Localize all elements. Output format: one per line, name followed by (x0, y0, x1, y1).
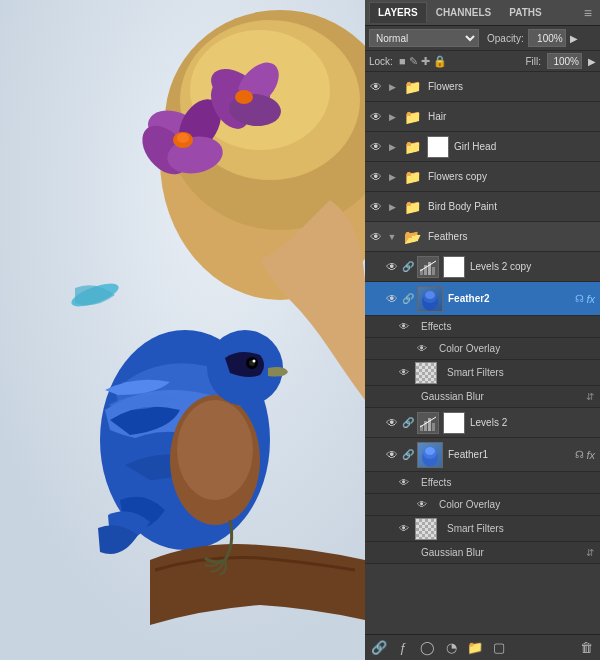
layer-row-feather2[interactable]: 👁 🔗 Feather2 ☊ fx (365, 282, 600, 316)
visibility-icon-feather1[interactable]: 👁 (383, 448, 401, 462)
thumb-levels2 (417, 412, 439, 434)
layer-row-effects-header1: 👁 Effects (365, 316, 600, 338)
gaussian-blur-icon1: ⇵ (586, 391, 594, 402)
link-badge-feather1: ☊ (575, 449, 584, 460)
layer-row-smart-filters2[interactable]: 👁 Smart Filters (365, 516, 600, 542)
layer-name-girl-head: Girl Head (454, 141, 598, 152)
visibility-icon-smart-filters2[interactable]: 👁 (395, 523, 413, 534)
svg-rect-29 (432, 267, 435, 275)
visibility-icon-flowers[interactable]: 👁 (367, 80, 385, 94)
visibility-icon-color-overlay1[interactable]: 👁 (413, 343, 431, 354)
layer-row-flowers[interactable]: 👁 ▶ 📁 Flowers (365, 72, 600, 102)
gaussian-blur-icon2: ⇵ (586, 547, 594, 558)
layer-row-hair[interactable]: 👁 ▶ 📁 Hair (365, 102, 600, 132)
layers-toolbar: 🔗 ƒ ◯ ◔ 📁 ▢ 🗑 (365, 634, 600, 660)
mask-thumb-levels2copy (443, 256, 465, 278)
visibility-icon-color-overlay2[interactable]: 👁 (413, 499, 431, 510)
add-style-button[interactable]: ƒ (393, 640, 413, 655)
folder-icon-feathers: 📂 (404, 229, 421, 245)
visibility-icon-smart-filters1[interactable]: 👁 (395, 367, 413, 378)
visibility-icon-effects1[interactable]: 👁 (395, 321, 413, 332)
new-adjustment-button[interactable]: ◔ (441, 640, 461, 655)
opacity-label: Opacity: (487, 33, 524, 44)
svg-point-41 (425, 447, 435, 455)
color-overlay-label2: Color Overlay (431, 499, 500, 510)
visibility-icon-bird-body-paint[interactable]: 👁 (367, 200, 385, 214)
visibility-icon-girl-head[interactable]: 👁 (367, 140, 385, 154)
tab-paths[interactable]: PATHS (500, 2, 550, 23)
visibility-icon-feather2[interactable]: 👁 (383, 292, 401, 306)
lock-move-icon[interactable]: ✚ (421, 55, 430, 68)
new-group-button[interactable]: 📁 (465, 640, 485, 655)
layer-row-girl-head[interactable]: 👁 ▶ 📁 Girl Head (365, 132, 600, 162)
expand-icon-girl-head[interactable]: ▶ (385, 142, 399, 152)
svg-point-17 (235, 90, 253, 104)
expand-icon-flowers[interactable]: ▶ (385, 82, 399, 92)
lock-paint-icon[interactable]: ✎ (409, 55, 418, 68)
visibility-icon-feathers[interactable]: 👁 (367, 230, 385, 244)
smart-filters-label1: Smart Filters (439, 367, 504, 378)
layer-row-color-overlay1[interactable]: 👁 Color Overlay (365, 338, 600, 360)
layer-row-feather1[interactable]: 👁 🔗 Feather1 ☊ fx (365, 438, 600, 472)
visibility-icon-levels2copy[interactable]: 👁 (383, 260, 401, 274)
expand-icon-flowers-copy[interactable]: ▶ (385, 172, 399, 182)
lock-icons: ■ ✎ ✚ 🔒 (399, 55, 447, 68)
folder-icon-flowers-copy: 📁 (404, 169, 421, 185)
fill-input[interactable] (547, 53, 582, 69)
layer-name-levels2: Levels 2 (470, 417, 598, 428)
thumb-hair: 📁 (401, 106, 423, 128)
panel-menu-button[interactable]: ≡ (580, 5, 596, 21)
tab-channels[interactable]: CHANNELS (427, 2, 501, 23)
link-badge-feather2: ☊ (575, 293, 584, 304)
layer-row-gaussian-blur2[interactable]: Gaussian Blur ⇵ (365, 542, 600, 564)
folder-icon-flowers: 📁 (404, 79, 421, 95)
new-layer-button[interactable]: ▢ (489, 640, 509, 655)
expand-icon-hair[interactable]: ▶ (385, 112, 399, 122)
layers-list[interactable]: 👁 ▶ 📁 Flowers 👁 ▶ 📁 Hair 👁 ▶ 📁 Girl Head (365, 72, 600, 634)
gaussian-blur-label1: Gaussian Blur (413, 391, 484, 402)
layer-row-levels2[interactable]: 👁 🔗 Levels 2 (365, 408, 600, 438)
layer-name-feather1: Feather1 (448, 449, 575, 460)
fx-badge-feather2: fx (586, 293, 595, 305)
lock-all-icon[interactable]: 🔒 (433, 55, 447, 68)
mask-thumb-levels2 (443, 412, 465, 434)
link-layers-button[interactable]: 🔗 (369, 640, 389, 655)
thumb-flowers-copy: 📁 (401, 166, 423, 188)
layer-row-flowers-copy[interactable]: 👁 ▶ 📁 Flowers copy (365, 162, 600, 192)
layer-row-smart-filters1[interactable]: 👁 Smart Filters (365, 360, 600, 386)
canvas-area (0, 0, 365, 660)
add-mask-button[interactable]: ◯ (417, 640, 437, 655)
thumb-girl-head: 📁 (401, 136, 423, 158)
visibility-icon-flowers-copy[interactable]: 👁 (367, 170, 385, 184)
delete-layer-button[interactable]: 🗑 (576, 640, 596, 655)
expand-icon-bird-body-paint[interactable]: ▶ (385, 202, 399, 212)
layer-name-feather2: Feather2 (448, 293, 575, 304)
layer-row-color-overlay2[interactable]: 👁 Color Overlay (365, 494, 600, 516)
thumb-bird-body-paint: 📁 (401, 196, 423, 218)
lock-transparent-icon[interactable]: ■ (399, 55, 406, 68)
gaussian-blur-label2: Gaussian Blur (413, 547, 484, 558)
visibility-icon-hair[interactable]: 👁 (367, 110, 385, 124)
layer-row-levels2copy[interactable]: 👁 🔗 Levels 2 copy (365, 252, 600, 282)
layer-row-bird-body-paint[interactable]: 👁 ▶ 📁 Bird Body Paint (365, 192, 600, 222)
layer-row-gaussian-blur1[interactable]: Gaussian Blur ⇵ (365, 386, 600, 408)
tab-layers[interactable]: LAYERS (369, 2, 427, 23)
svg-rect-37 (432, 423, 435, 431)
visibility-icon-levels2[interactable]: 👁 (383, 416, 401, 430)
svg-point-21 (177, 400, 253, 500)
thumb-smart-filters2 (415, 518, 437, 540)
visibility-icon-effects2[interactable]: 👁 (395, 477, 413, 488)
lock-row: Lock: ■ ✎ ✚ 🔒 Fill: ▶ (365, 51, 600, 72)
layer-name-flowers-copy: Flowers copy (428, 171, 598, 182)
svg-point-25 (253, 360, 256, 363)
fx-badge-feather1: fx (586, 449, 595, 461)
chain-icon-levels2: 🔗 (401, 417, 415, 428)
blend-mode-select[interactable]: Normal Multiply Screen Overlay (369, 29, 479, 47)
opacity-input[interactable] (528, 29, 566, 47)
lock-label: Lock: (369, 56, 393, 67)
effects-label2: Effects (413, 477, 451, 488)
expand-icon-feathers[interactable]: ▼ (385, 232, 399, 242)
layer-row-feathers[interactable]: 👁 ▼ 📂 Feathers (365, 222, 600, 252)
thumb-feather1 (417, 442, 443, 468)
folder-icon-bird-body-paint: 📁 (404, 199, 421, 215)
